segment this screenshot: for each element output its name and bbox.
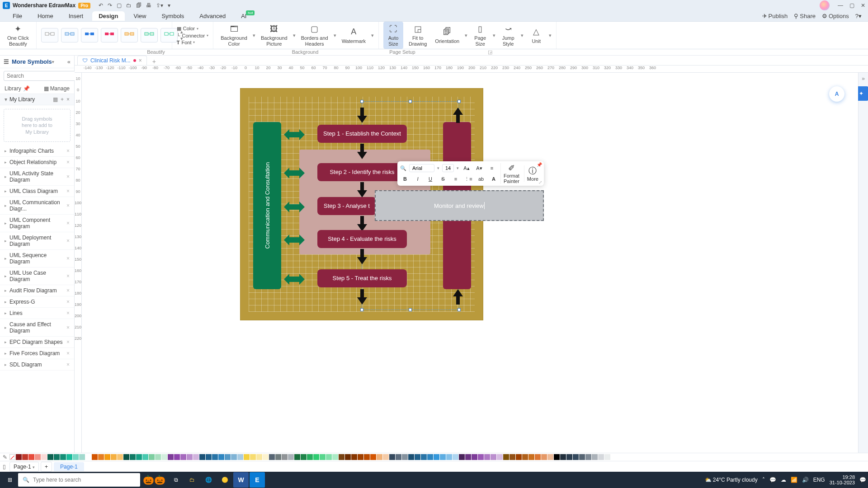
color-swatch[interactable] [22, 454, 28, 460]
color-swatch[interactable] [541, 454, 547, 460]
color-swatch[interactable] [528, 454, 534, 460]
orient-drop-icon[interactable]: ▾ [465, 33, 467, 38]
category-item[interactable]: UML Use Case Diagram× [0, 267, 74, 285]
color-swatch[interactable] [611, 454, 617, 460]
edge-icon[interactable]: 🌐 [201, 472, 216, 483]
color-swatch[interactable] [206, 454, 212, 460]
color-swatch[interactable] [415, 454, 420, 460]
color-swatch[interactable] [566, 454, 572, 460]
category-close-icon[interactable]: × [66, 324, 70, 331]
color-swatch[interactable] [47, 454, 53, 460]
color-swatch[interactable] [187, 454, 193, 460]
library-pin-icon[interactable]: 📌 [23, 85, 30, 92]
format-painter-button[interactable]: ✐ Format Painter [500, 163, 522, 184]
color-swatch[interactable] [364, 454, 370, 460]
color-swatch[interactable] [370, 454, 376, 460]
minimize-icon[interactable]: — [838, 2, 843, 9]
fit-drawing-button[interactable]: ◲Fit to Drawing [406, 22, 429, 48]
color-swatch[interactable] [585, 454, 591, 460]
language-indicator[interactable]: ENG [813, 477, 825, 483]
color-swatch[interactable] [358, 454, 363, 460]
toolbar-pin-icon[interactable]: 📌 [537, 162, 542, 167]
color-swatch[interactable] [244, 454, 250, 460]
expand-right-panel-icon[interactable]: » [862, 75, 865, 82]
category-close-icon[interactable]: × [66, 188, 70, 194]
theme-color-button[interactable]: ▦ Color [177, 26, 209, 32]
category-close-icon[interactable]: × [66, 202, 70, 209]
theme-style-3[interactable] [81, 28, 98, 42]
color-swatch[interactable] [421, 454, 427, 460]
font-family-drop-icon[interactable]: ▾ [437, 166, 439, 170]
color-swatch[interactable] [218, 454, 224, 460]
qat-more-icon[interactable]: ▾ [168, 2, 170, 9]
color-swatch[interactable] [282, 454, 288, 460]
color-swatch[interactable] [440, 454, 446, 460]
color-swatch[interactable] [402, 454, 408, 460]
arrow-down-2[interactable] [357, 144, 367, 159]
green-arrow-2[interactable] [284, 168, 305, 178]
maximize-icon[interactable]: ▢ [849, 2, 854, 9]
bg-color-drop-icon[interactable]: ▾ [253, 33, 255, 38]
color-swatch[interactable] [60, 454, 66, 460]
category-item[interactable]: UML Communication Diagr...× [0, 197, 74, 215]
color-swatch[interactable] [35, 454, 41, 460]
color-swatch[interactable] [345, 454, 351, 460]
color-swatch[interactable] [16, 454, 22, 460]
color-swatch[interactable] [554, 454, 560, 460]
green-arrow-3[interactable] [284, 202, 305, 212]
collapse-sidebar-icon[interactable]: « [67, 58, 71, 65]
volume-icon[interactable]: 🔊 [802, 477, 809, 483]
color-swatch[interactable] [478, 454, 484, 460]
watermark-drop-icon[interactable]: ▾ [371, 33, 374, 38]
numbered-list-icon[interactable]: ≡ [451, 174, 461, 184]
chrome-icon[interactable]: 🟡 [217, 472, 232, 483]
color-swatch[interactable] [383, 454, 389, 460]
align-icon[interactable]: ≡ [487, 163, 497, 173]
sidebar-menu-icon[interactable]: ☰ [4, 58, 9, 65]
font-shrink-icon[interactable]: A▾ [474, 163, 484, 173]
open-icon[interactable]: 🗀 [126, 2, 132, 9]
category-item[interactable]: Express-G× [0, 296, 74, 308]
start-button[interactable]: ⊞ [2, 472, 18, 483]
color-swatch[interactable] [104, 454, 110, 460]
menu-view[interactable]: View [127, 11, 153, 21]
share-button[interactable]: ⚲ Share [794, 13, 816, 19]
step-2-box[interactable]: Step 2 - Identify the risks [317, 163, 407, 181]
arrow-down-4[interactable] [357, 216, 367, 231]
italic-icon[interactable]: I [413, 174, 423, 184]
category-close-icon[interactable]: × [66, 310, 70, 316]
category-close-icon[interactable]: × [66, 273, 70, 279]
word-icon[interactable]: W [233, 472, 249, 483]
green-arrow-1[interactable] [284, 129, 305, 140]
underline-icon[interactable]: U [425, 174, 435, 184]
notifications-icon[interactable]: 💬 [859, 477, 866, 483]
pagesetup-dialog-icon[interactable]: ◲ [488, 49, 492, 55]
taskbar-search[interactable]: 🔍 Type here to search [18, 473, 140, 483]
toolbar-expand-icon[interactable]: ⤢ [538, 180, 542, 185]
color-swatch[interactable] [503, 454, 509, 460]
jump-style-button[interactable]: ⤻Jump Style [498, 22, 518, 48]
color-swatch[interactable] [307, 454, 313, 460]
manage-library-button[interactable]: ▦ Manage [44, 85, 70, 92]
options-button[interactable]: ⚙ Options [822, 13, 849, 19]
library-label[interactable]: Library [5, 85, 21, 92]
color-swatch[interactable] [408, 454, 414, 460]
font-size-drop-icon[interactable]: ▾ [457, 166, 459, 170]
category-close-icon[interactable]: × [66, 148, 70, 154]
step-3-box[interactable]: Step 3 - Analyse t [317, 197, 376, 215]
category-item[interactable]: Audit Flow Diagram× [0, 285, 74, 296]
category-close-icon[interactable]: × [66, 350, 70, 357]
color-swatch[interactable] [155, 454, 161, 460]
unit-drop-icon[interactable]: ▾ [549, 33, 552, 38]
font-color-icon[interactable]: A [489, 174, 499, 184]
category-item[interactable]: UML Sequence Diagram× [0, 250, 74, 267]
category-item[interactable]: UML Component Diagram× [0, 215, 74, 232]
color-swatch[interactable] [256, 454, 262, 460]
color-swatch[interactable] [446, 454, 452, 460]
lib-close-icon[interactable]: × [66, 96, 70, 103]
category-close-icon[interactable]: × [66, 159, 70, 165]
color-swatch[interactable] [288, 454, 294, 460]
color-swatch[interactable] [130, 454, 136, 460]
category-item[interactable]: EPC Diagram Shapes× [0, 337, 74, 348]
page-view-icon[interactable]: ▯ [3, 464, 6, 470]
